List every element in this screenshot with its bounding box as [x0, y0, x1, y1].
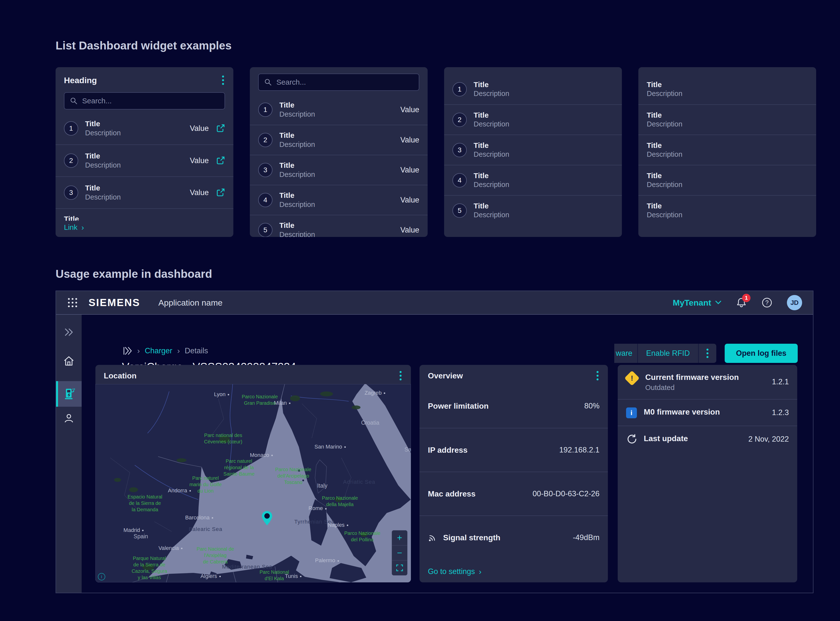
item-title: Title	[85, 151, 121, 161]
item-title: Title	[279, 221, 315, 230]
zoom-in-button[interactable]: +	[392, 530, 407, 545]
external-link-icon	[216, 188, 225, 197]
item-description: Description	[647, 180, 682, 189]
item-number: 5	[258, 223, 272, 237]
location-card-menu[interactable]	[399, 370, 403, 382]
firmware-row-value: 1.2.3	[772, 408, 789, 417]
widget-footer-link[interactable]: Link›	[64, 223, 84, 232]
item-value: Value	[190, 188, 209, 197]
notification-badge: 1	[742, 294, 751, 302]
firmware-card: ! Current firmware version Outdated 1.2.…	[618, 365, 797, 582]
overview-card-title: Overview	[428, 371, 463, 380]
widget-list: 1TitleDescription2TitleDescription3Title…	[444, 74, 622, 226]
zoom-out-button[interactable]: −	[392, 545, 407, 560]
list-item[interactable]: TitleDescription	[638, 74, 816, 105]
item-title: Title	[279, 100, 315, 110]
list-item[interactable]: 3TitleDescriptionValue	[56, 176, 233, 208]
firmware-row-value: 1.2.1	[772, 377, 789, 386]
item-number: 1	[258, 103, 272, 117]
app-topbar: SIEMENS Application name MyTenant 1 ? J	[56, 291, 813, 315]
item-open-external-button[interactable]	[216, 124, 225, 133]
more-actions-button[interactable]	[698, 344, 716, 363]
external-link-icon	[216, 124, 225, 133]
app-launcher-grid-icon[interactable]	[67, 297, 78, 308]
overview-row-label: Mac address	[428, 489, 476, 498]
open-log-files-button[interactable]: Open log files	[725, 344, 798, 363]
overview-row-value: 192.168.2.1	[559, 445, 600, 454]
item-title: Title	[64, 214, 79, 221]
clipped-firmware-button[interactable]: ware	[614, 344, 637, 363]
widget-examples-row: HeadingSearch...1TitleDescriptionValue2T…	[56, 67, 816, 237]
sidebar-expand-icon[interactable]	[64, 328, 74, 336]
widget-heading: Heading	[64, 76, 97, 85]
list-item[interactable]: 2TitleDescriptionValue	[250, 125, 428, 155]
list-item[interactable]: TitleDescription	[638, 135, 816, 165]
widget-list: 1TitleDescriptionValue2TitleDescriptionV…	[56, 112, 233, 221]
list-item[interactable]: 3TitleDescription	[444, 135, 622, 165]
item-description: Description	[474, 150, 509, 159]
item-title: Title	[647, 111, 682, 120]
item-title: Title	[474, 141, 509, 150]
firmware-row-title: Last update	[644, 433, 688, 444]
external-link-icon	[216, 156, 225, 165]
breadcrumb-item-details: Details	[185, 347, 208, 355]
widget-menu-kebab-icon[interactable]	[221, 74, 225, 86]
list-item[interactable]: TitleDescription	[638, 105, 816, 135]
overview-row-value: 80%	[584, 401, 600, 410]
list-item[interactable]: 1TitleDescriptionValue	[250, 95, 428, 125]
item-title: Title	[647, 201, 682, 211]
map-location-pin[interactable]	[261, 510, 273, 526]
item-description: Description	[279, 230, 315, 237]
item-value: Value	[400, 136, 419, 144]
overview-rows: Power limitation 80% IP address 192.168.…	[420, 384, 608, 559]
list-item[interactable]: 1TitleDescription	[444, 74, 622, 105]
overview-card-menu[interactable]	[595, 370, 600, 382]
go-to-settings-link[interactable]: Go to settings›	[428, 567, 482, 576]
widget-search-input[interactable]: Search...	[64, 92, 225, 109]
page-actions: ware Enable RFID Open log files	[614, 344, 798, 363]
person-icon	[63, 413, 74, 424]
help-button[interactable]: ?	[761, 297, 773, 308]
usage-section-title: Usage example in dashboard	[56, 267, 212, 280]
sidebar-item-home[interactable]	[63, 356, 74, 367]
map-attribution-icon[interactable]: i	[98, 573, 105, 580]
enable-rfid-button[interactable]: Enable RFID	[638, 344, 698, 363]
list-item[interactable]: 2TitleDescription	[444, 105, 622, 135]
tenant-name: MyTenant	[673, 298, 711, 307]
overview-row-value: -49dBm	[573, 533, 600, 542]
list-item[interactable]: 5TitleDescription	[444, 195, 622, 226]
sidebar-item-user[interactable]	[63, 413, 74, 424]
location-map[interactable]: LyonMilanZagrebCroatiaSarajevSan MarinoM…	[95, 384, 411, 582]
list-item[interactable]: TitleDescription	[638, 195, 816, 226]
widget-search-input[interactable]: Search...	[258, 74, 419, 91]
item-title: Title	[474, 111, 509, 120]
breadcrumb-skip-icon[interactable]	[123, 347, 132, 355]
list-item[interactable]: 5TitleDescriptionValue	[250, 215, 428, 237]
dashboard-example: SIEMENS Application name MyTenant 1 ? J	[56, 291, 813, 593]
tenant-selector[interactable]: MyTenant	[673, 298, 721, 307]
siemens-logo: SIEMENS	[89, 297, 140, 309]
breadcrumb-separator: ›	[177, 346, 180, 355]
notifications-button[interactable]: 1	[736, 297, 747, 309]
list-item[interactable]: 3TitleDescriptionValue	[250, 155, 428, 185]
list-item[interactable]: 2TitleDescriptionValue	[56, 144, 233, 176]
item-description: Description	[647, 120, 682, 129]
item-open-external-button[interactable]	[216, 156, 225, 165]
user-avatar[interactable]: JD	[787, 295, 802, 310]
item-title: Title	[647, 80, 682, 89]
item-open-external-button[interactable]	[216, 188, 225, 197]
breadcrumb-item-charger[interactable]: Charger	[145, 347, 172, 355]
item-number: 3	[64, 186, 78, 200]
list-item[interactable]: 4TitleDescription	[444, 165, 622, 195]
sidebar-item-charger[interactable]	[56, 381, 82, 407]
list-item[interactable]: 4TitleDescriptionValue	[250, 185, 428, 215]
list-item[interactable]: 1TitleDescriptionValue	[56, 112, 233, 144]
overview-row-value: 00-B0-D0-63-C2-26	[533, 489, 600, 498]
fullscreen-button[interactable]	[392, 560, 407, 575]
list-item[interactable]: TitleDescription	[638, 165, 816, 195]
item-description: Description	[85, 192, 121, 202]
item-title: Title	[647, 141, 682, 150]
item-title: Title	[647, 171, 682, 180]
home-icon	[63, 356, 74, 367]
list-item[interactable]: Title	[56, 208, 233, 221]
